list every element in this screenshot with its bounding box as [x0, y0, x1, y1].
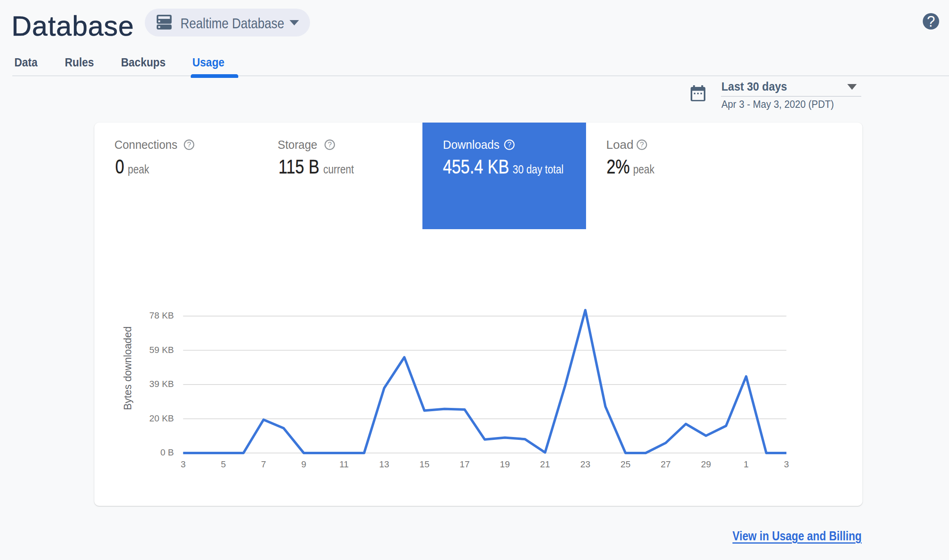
svg-text:?: ?	[640, 141, 644, 149]
svg-text:?: ?	[507, 141, 511, 149]
svg-text:?: ?	[328, 141, 332, 149]
svg-text:?: ?	[187, 141, 191, 149]
